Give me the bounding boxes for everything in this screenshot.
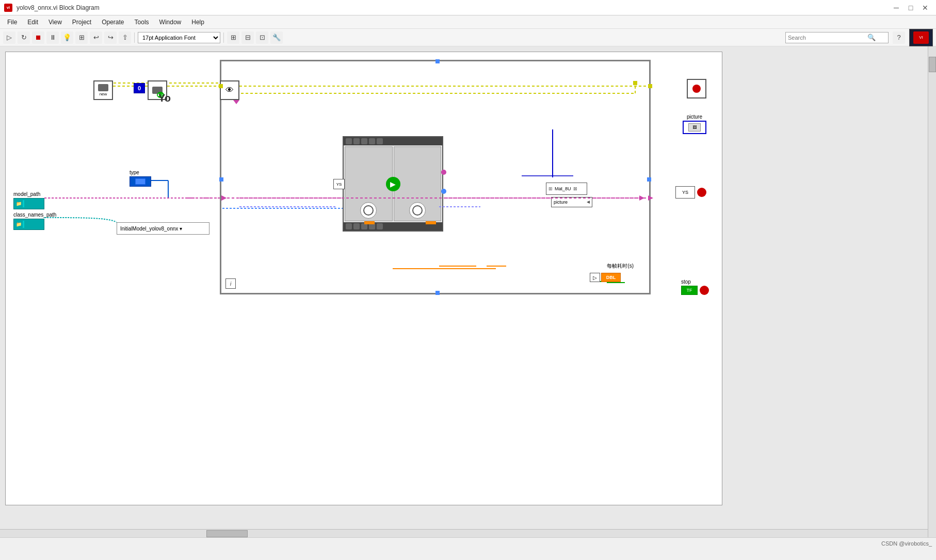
search-box: 🔍 (785, 32, 889, 43)
int-constant-container: 0 (134, 83, 145, 93)
film-hole (353, 138, 360, 144)
menu-file[interactable]: File (2, 17, 22, 27)
while-loop-outer: i (220, 60, 651, 294)
connector-right-1 (441, 170, 446, 175)
model-path-container: model_path 📁 (13, 191, 44, 209)
step-into-button[interactable]: ↩ (90, 31, 102, 44)
path-indicator-2 (23, 221, 24, 228)
menu-help[interactable]: Help (186, 17, 209, 27)
menu-window[interactable]: Window (154, 17, 187, 27)
int-zero-constant: 0 (134, 83, 145, 93)
clock-face (363, 205, 374, 216)
scrollbar-thumb-v[interactable] (929, 57, 936, 72)
block-diagram-canvas[interactable]: i (5, 52, 722, 505)
right-terminal-block (687, 79, 706, 98)
ys-terminal-row: YS (675, 186, 706, 199)
menu-tools[interactable]: Tools (130, 17, 154, 27)
timer-icon-left (360, 202, 377, 219)
type-control[interactable] (130, 176, 151, 187)
fps-label: 每帧耗时(s) (607, 262, 634, 270)
init-model-dropdown[interactable]: InitialModel_yolov8_onnx ▾ (117, 222, 209, 235)
film-hole (346, 138, 352, 144)
film-hole-b (346, 223, 352, 229)
step-over-button[interactable]: ↪ (104, 31, 117, 44)
font-selector[interactable]: 17pt Application Font (138, 32, 220, 43)
run-button[interactable]: ▷ (3, 31, 15, 44)
distribute-button[interactable]: ⊟ (241, 31, 254, 44)
help-button[interactable]: ? (893, 31, 905, 44)
class-names-container: class_names_path 📁 (13, 212, 56, 230)
picture-output-block: picture (551, 197, 592, 207)
filmstrip-top (344, 137, 442, 145)
clock-face-2 (412, 205, 423, 216)
toolbar-separator-2 (223, 32, 224, 43)
resize-button[interactable]: ⊡ (256, 31, 268, 44)
menu-operate[interactable]: Operate (96, 17, 129, 27)
mat8u-label: Mat_8U (555, 186, 571, 191)
file-icon-2: 📁 (16, 222, 22, 227)
scrollbar-horizontal[interactable] (0, 529, 928, 537)
toolbar: ▷ ↻ ⏹ ⏸ 💡 ⊞ ↩ ↪ ⇧ 17pt Application Font … (0, 29, 936, 46)
picture-control[interactable]: 🖼 (683, 121, 706, 134)
file-icon: 📁 (16, 201, 22, 206)
align-button[interactable]: ⊞ (227, 31, 239, 44)
stop-label: stop (681, 279, 709, 285)
reorder-button[interactable]: 🔧 (270, 31, 283, 44)
mat8u-icon: ⊞ (548, 186, 553, 191)
picture-output-label: picture (554, 200, 568, 205)
search-input[interactable] (788, 35, 865, 41)
menu-edit[interactable]: Edit (22, 17, 43, 27)
mat8u-block: ⊞ Mat_8U ⊠ (546, 183, 587, 195)
mat8u-icon-right: ⊠ (573, 186, 577, 191)
toolbar-separator-1 (134, 32, 135, 43)
stop-row: TF (681, 286, 709, 295)
title-bar: vi yolov8_onnx.vi Block Diagram ─ □ ✕ (0, 0, 936, 15)
loop-connector-right (647, 177, 651, 182)
entry-camera-container: 👁 (220, 80, 239, 100)
entry-camera-block[interactable]: 👁 (220, 80, 239, 100)
red-circle-ys (697, 188, 706, 197)
new-vi-block[interactable]: new (93, 80, 113, 100)
picture-top-container: picture 🖼 (683, 114, 706, 134)
maximize-button[interactable]: □ (904, 2, 917, 13)
tf-indicator: TF (681, 286, 698, 295)
run-continuously-button[interactable]: ↻ (18, 31, 30, 44)
play-button-inner[interactable]: ▶ (386, 177, 400, 191)
close-button[interactable]: ✕ (918, 2, 932, 13)
camera-icon (98, 84, 108, 91)
search-icon: 🔍 (867, 34, 876, 41)
picture-arrow (587, 201, 590, 204)
init-model-label: InitialModel_yolov8_onnx ▾ (120, 226, 182, 232)
scrollbar-vertical[interactable] (928, 46, 936, 538)
abort-button[interactable]: ⏹ (32, 31, 44, 44)
stop-container: stop TF (681, 279, 709, 295)
film-hole (377, 138, 383, 144)
class-names-control[interactable]: 📁 (13, 219, 44, 230)
highlight-button[interactable]: 💡 (61, 31, 73, 44)
window-title: yolov8_onnx.vi Block Diagram (17, 4, 885, 11)
type-label: type (130, 170, 151, 175)
film-frame-right (394, 146, 442, 221)
step-out-button[interactable]: ⇧ (119, 31, 131, 44)
right-terminal-container (687, 79, 706, 98)
yo-text: Yo (158, 92, 171, 104)
timer-indicator-right (426, 221, 436, 224)
menu-project[interactable]: Project (67, 17, 96, 27)
scrollbar-thumb-h[interactable] (206, 530, 248, 537)
timer-icon-right (409, 202, 426, 219)
new-label: new (100, 92, 107, 96)
binoculars-icon: 👁 (225, 86, 234, 95)
status-bar: CSDN @virobotics_ (0, 537, 936, 549)
minimize-button[interactable]: ─ (890, 2, 903, 13)
type-dropdown[interactable] (135, 178, 146, 185)
retain-wires-button[interactable]: ⊞ (75, 31, 88, 44)
class-names-label: class_names_path (13, 212, 56, 218)
pause-button[interactable]: ⏸ (46, 31, 59, 44)
film-hole (369, 138, 375, 144)
connector-right-2 (441, 189, 446, 194)
model-path-label: model_path (13, 191, 44, 197)
model-path-control[interactable]: 📁 (13, 198, 44, 209)
init-model-container: InitialModel_yolov8_onnx ▾ (117, 222, 209, 235)
menu-view[interactable]: View (43, 17, 67, 27)
type-container: type (130, 170, 151, 187)
